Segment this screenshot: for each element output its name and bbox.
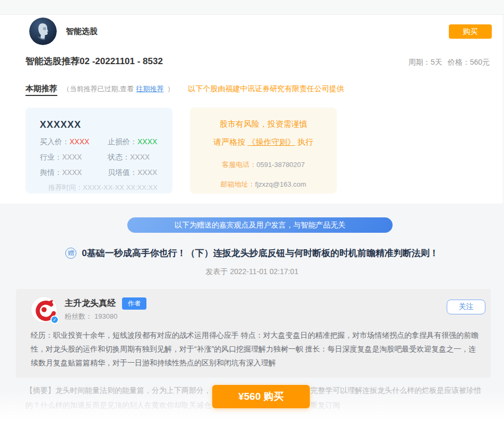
stock-name: XXXXXX — [40, 119, 172, 130]
author-card: ✓ 主升龙头真经 作者 粉丝数：193080 关注 经历：职业投资十余年，短线波… — [16, 289, 491, 378]
summary-line1-right: 完整学可以理解连扳龙头什么样的烂板是应该被珍惜 — [310, 386, 481, 396]
stock-fields: 买入价：XXXX 止损价：XXXX 行业：XXXX 状态：XXXX 舆情：XXX… — [40, 137, 172, 178]
period-label: 周期： — [409, 58, 431, 66]
author-avatar[interactable]: ✓ — [31, 296, 57, 323]
risk-warning-line1: 股市有风险，投资需谨慎 — [190, 119, 337, 129]
recommend-time: 推荐时间：XXXX-XX-XX XX:XX:XX — [48, 183, 172, 192]
period-value: 5天 — [431, 58, 442, 66]
stock-field-beta: 贝塔值：XXXX — [108, 168, 172, 178]
disclaimer-banner: 以下为赠送的嘉宾观点及用户发言，与智能产品无关 — [127, 217, 393, 233]
verified-badge-icon: ✓ — [50, 315, 59, 324]
article-title-row: 赠 0基础一秒成高手你也行！（下）连扳龙头抄底反钮与何时断板的时机前瞻精准判断法… — [0, 247, 504, 259]
expired-note-suffix: ） — [167, 85, 174, 93]
fans-count: 粉丝数：193080 — [65, 312, 117, 321]
buy-button-bottom[interactable]: ¥560 购买 — [212, 385, 310, 408]
stock-field-stop-price: 止损价：XXXX — [108, 137, 172, 147]
page-title: 智能选股推荐02 -20221101 - 8532 — [25, 55, 163, 67]
stock-recommend-card: XXXXXX 买入价：XXXX 止损价：XXXX 行业：XXXX 状态：XXXX… — [25, 108, 172, 194]
top-strip — [0, 0, 504, 15]
tab-current-recommend[interactable]: 本期推荐 — [25, 84, 57, 96]
operation-rules-link[interactable]: 《操作守则》 — [248, 137, 296, 146]
price-label: 价格： — [448, 58, 470, 66]
publish-date: 发表于 2022-11-01 02:17:01 — [0, 267, 504, 277]
buy-button-top[interactable]: 购买 — [449, 24, 492, 39]
author-head: 主升龙头真经 作者 — [65, 297, 146, 310]
risk-warning-line2: 请严格按 《操作守则》 执行 — [190, 137, 337, 147]
provider-notice: 以下个股由福建中讯证券研究有限责任公司提供 — [188, 84, 344, 93]
page: 智能选股 购买 智能选股推荐02 -20221101 - 8532 周期：5天价… — [0, 0, 504, 430]
gift-content-section: 以下为赠送的嘉宾观点及用户发言，与智能产品无关 赠 0基础一秒成高手你也行！（下… — [0, 204, 504, 430]
service-phone: 客服电话：0591-38780207 — [190, 160, 337, 170]
expired-note: （当前推荐已过期,查看 — [63, 85, 134, 93]
product-avatar-image — [29, 17, 57, 45]
author-bio: 经历：职业投资十余年，短线波段都有对应的战术运用得心应手 特点：对大盘变盘日的精… — [31, 328, 481, 370]
summary-line1-left: 【摘要】龙头时间能量法则的能量篇，分为上下两部分， — [25, 386, 211, 396]
product-header-card: 智能选股 购买 智能选股推荐02 -20221101 - 8532 周期：5天价… — [0, 15, 503, 204]
risk-warning-card: 股市有风险，投资需谨慎 请严格按 《操作守则》 执行 客服电话：0591-387… — [190, 108, 337, 194]
history-recommend-link[interactable]: 往期推荐 — [136, 85, 164, 93]
author-role-badge: 作者 — [122, 297, 146, 310]
stock-field-buy-price: 买入价：XXXX — [40, 137, 108, 147]
service-email: 邮箱地址：fjzxzq@163.com — [190, 180, 337, 189]
follow-button[interactable]: 关注 — [447, 300, 485, 314]
stock-field-sentiment: 舆情：XXXX — [40, 168, 108, 178]
summary-line2-right: 重复订阅 — [310, 401, 340, 410]
stock-field-status: 状态：XXXX — [108, 153, 172, 162]
summary-line2-left: 的？什么样的加速反而是见顶的别人在黄欢你却取关减仓 — [25, 401, 211, 410]
author-name: 主升龙头真经 — [65, 298, 116, 309]
stock-field-industry: 行业：XXXX — [40, 153, 108, 162]
article-title: 0基础一秒成高手你也行！（下）连扳龙头抄底反钮与何时断板的时机前瞻精准判断法则！ — [82, 247, 438, 259]
recommend-tab-row: 本期推荐 （当前推荐已过期,查看 往期推荐 ） 以下个股由福建中讯证券研究有限责… — [25, 84, 492, 94]
price-value: 560元 — [470, 58, 490, 66]
product-name: 智能选股 — [66, 27, 98, 37]
gift-icon: 赠 — [65, 248, 76, 259]
period-price-meta: 周期：5天价格：560元 — [409, 58, 490, 67]
robot-avatar-icon — [29, 17, 57, 45]
